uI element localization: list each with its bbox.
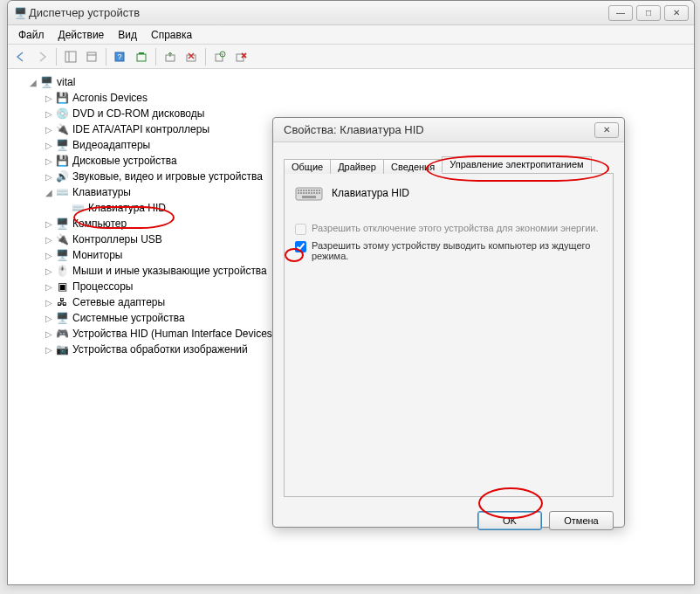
tree-item-label: DVD и CD-ROM дисководы: [71, 107, 206, 120]
svg-rect-36: [302, 196, 316, 198]
tree-item-label: Acronis Devices: [71, 92, 149, 104]
menu-file[interactable]: Файл: [11, 27, 51, 43]
svg-rect-33: [313, 192, 315, 194]
svg-rect-28: [300, 192, 302, 194]
help-toolbar-button[interactable]: ?: [111, 47, 130, 66]
expand-icon[interactable]: ▷: [43, 329, 55, 339]
tree-item-label: Компьютер: [71, 218, 128, 230]
ok-button[interactable]: OK: [477, 511, 542, 530]
optical-drive-icon: 💿: [55, 107, 69, 121]
expand-icon[interactable]: ▷: [43, 345, 55, 355]
svg-rect-34: [316, 192, 318, 194]
tree-item-label: IDE ATA/ATAPI контроллеры: [71, 123, 211, 135]
uninstall-button[interactable]: [182, 47, 201, 66]
update-driver-button[interactable]: [161, 47, 180, 66]
tree-item-label: Системные устройства: [71, 312, 187, 324]
expand-icon[interactable]: ▷: [43, 93, 55, 103]
tab-strip: Общие Драйвер Сведения Управление электр…: [284, 153, 614, 174]
imaging-icon: 📷: [55, 342, 69, 356]
dialog-body: Общие Драйвер Сведения Управление электр…: [273, 142, 624, 504]
device-name-label: Клавиатура HID: [332, 187, 409, 199]
processor-icon: ▣: [55, 280, 69, 294]
collapse-icon[interactable]: ◢: [43, 188, 55, 197]
network-icon: 🖧: [55, 295, 69, 309]
svg-rect-24: [313, 190, 315, 191]
minimize-button[interactable]: —: [608, 5, 633, 21]
tree-item-label: Сетевые адаптеры: [71, 296, 167, 308]
expand-icon[interactable]: ▷: [43, 266, 55, 276]
menu-view[interactable]: Вид: [111, 27, 144, 43]
computer-icon: 🖥️: [39, 75, 53, 89]
tree-root-label: vital: [55, 76, 77, 88]
svg-rect-12: [216, 54, 223, 61]
expand-icon[interactable]: ▷: [43, 156, 55, 166]
collapse-icon[interactable]: ◢: [27, 78, 39, 87]
computer-category-icon: 🖥️: [55, 217, 69, 231]
tab-power-management[interactable]: Управление электропитанием: [442, 156, 591, 173]
expand-icon[interactable]: ▷: [43, 125, 55, 135]
tree-item-label: Процессоры: [71, 280, 135, 293]
expand-icon[interactable]: ▷: [43, 235, 55, 245]
menu-help[interactable]: Справка: [144, 27, 199, 43]
scan-hardware-button[interactable]: [132, 47, 151, 66]
tab-details[interactable]: Сведения: [383, 159, 443, 174]
system-icon: 🖥️: [55, 311, 69, 325]
tree-item-label: Клавиатуры: [71, 186, 133, 198]
expand-icon[interactable]: ▷: [43, 219, 55, 229]
dialog-titlebar: Свойства: Клавиатура HID ✕: [273, 118, 624, 142]
main-titlebar: 🖥️ Диспетчер устройств — □ ✕: [8, 1, 694, 25]
tree-item-label: Звуковые, видео и игровые устройства: [71, 170, 264, 183]
tree-item-label: Мыши и иные указывающие устройства: [71, 265, 269, 277]
separator: [56, 48, 57, 66]
disable-button[interactable]: [231, 47, 250, 66]
svg-rect-26: [319, 190, 320, 191]
close-button[interactable]: ✕: [664, 5, 689, 21]
mouse-icon: 🖱️: [55, 264, 69, 278]
svg-rect-21: [305, 190, 307, 191]
svg-rect-30: [305, 192, 307, 194]
dialog-title: Свойства: Клавиатура HID: [278, 123, 591, 136]
allow-wake-checkbox[interactable]: [295, 241, 306, 252]
separator: [106, 48, 106, 66]
disk-icon: 💾: [55, 154, 69, 168]
svg-rect-19: [300, 190, 302, 191]
expand-icon[interactable]: ▷: [43, 172, 55, 182]
allow-wake-row: Разрешить этому устройству выводить комп…: [295, 240, 602, 261]
properties-dialog: Свойства: Клавиатура HID ✕ Общие Драйвер…: [272, 117, 625, 528]
tree-item-label: Мониторы: [71, 249, 124, 261]
svg-rect-0: [65, 52, 76, 62]
svg-rect-35: [319, 192, 320, 194]
menu-action[interactable]: Действие: [51, 27, 112, 43]
separator: [155, 48, 156, 66]
device-header: Клавиатура HID: [295, 184, 602, 202]
tree-item-label: Устройства обработки изображений: [71, 343, 250, 356]
forward-button[interactable]: [32, 47, 51, 66]
cancel-button[interactable]: Отмена: [549, 511, 614, 530]
tree-root[interactable]: ◢ 🖥️ vital: [11, 74, 690, 90]
expand-icon[interactable]: ▷: [43, 282, 55, 292]
svg-rect-29: [303, 192, 305, 194]
expand-icon[interactable]: ▷: [43, 298, 55, 307]
scan-changes-button[interactable]: [210, 47, 230, 66]
svg-rect-25: [316, 190, 318, 191]
svg-rect-6: [137, 54, 146, 61]
tree-item[interactable]: ▷💾Acronis Devices: [11, 90, 690, 106]
audio-icon: 🔊: [55, 169, 69, 183]
svg-rect-20: [303, 190, 305, 191]
keyboard-category-icon: ⌨️: [55, 185, 69, 199]
computer-icon: 🖥️: [13, 6, 27, 20]
expand-icon[interactable]: ▷: [43, 251, 55, 260]
back-button[interactable]: [11, 47, 31, 66]
dialog-close-button[interactable]: ✕: [594, 122, 619, 138]
tab-driver[interactable]: Драйвер: [330, 159, 384, 174]
properties-toolbar-button[interactable]: [82, 47, 101, 66]
tab-general[interactable]: Общие: [284, 159, 331, 174]
tree-item-label: Контроллеры USB: [71, 233, 164, 245]
expand-icon[interactable]: ▷: [43, 314, 55, 323]
keyboard-icon: ⌨️: [71, 201, 85, 215]
show-hide-tree-button[interactable]: [61, 47, 80, 66]
expand-icon[interactable]: ▷: [43, 141, 55, 150]
expand-icon[interactable]: ▷: [43, 109, 55, 119]
maximize-button[interactable]: □: [636, 5, 661, 21]
allow-power-off-row: Разрешить отключение этого устройства дл…: [295, 223, 602, 235]
